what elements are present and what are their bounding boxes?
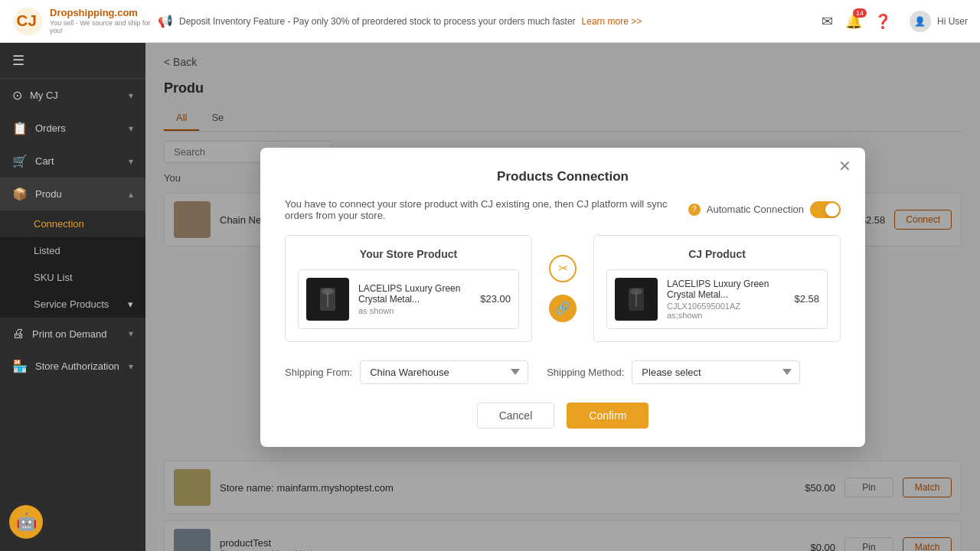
store-auth-icon: 🏪 — [12, 359, 28, 373]
sidebar-label-print-on-demand: Print on Demand — [32, 328, 107, 340]
sidebar-item-my-cj[interactable]: ⊙ My CJ ▾ — [0, 79, 145, 112]
shipping-method-field: Shipping Method: Please select — [547, 360, 800, 384]
scissors-icon[interactable]: ✂ — [549, 255, 577, 282]
sidebar-label-orders: Orders — [35, 122, 66, 134]
orders-icon: 📋 — [12, 121, 28, 135]
notification-icon-btn[interactable]: 🔔 14 — [845, 13, 862, 30]
store-product-thumb — [306, 278, 349, 321]
sidebar-label-store-authorization: Store Authorization — [35, 360, 119, 372]
sidebar-label-my-cj: My CJ — [30, 90, 58, 101]
user-name: Hi User — [937, 16, 968, 27]
sidebar-item-store-authorization[interactable]: 🏪 Store Authorization ▾ — [0, 350, 145, 383]
modal-close-button[interactable]: ✕ — [838, 158, 851, 174]
shipping-section: Shipping From: China Warehouse US Wareho… — [285, 360, 841, 384]
toggle-knob — [825, 203, 839, 217]
chevron-up-icon: ▴ — [129, 189, 133, 200]
shipping-method-label: Shipping Method: — [547, 367, 624, 378]
shipping-from-field: Shipping From: China Warehouse US Wareho… — [285, 360, 528, 384]
logo-subtitle: You sell - We source and ship for you! — [50, 19, 158, 36]
sidebar-label-products: Produ — [35, 188, 62, 200]
shipping-from-select[interactable]: China Warehouse US Warehouse — [360, 360, 528, 384]
shipping-from-label: Shipping From: — [285, 367, 352, 378]
shipping-method-select[interactable]: Please select — [632, 360, 800, 384]
logo-title: Dropshipping.com — [50, 7, 158, 19]
announcement-text: Deposit Inventory Feature - Pay only 30%… — [179, 16, 576, 27]
cj-product-card: LACELIPS Luxury Green Crystal Metal... C… — [606, 269, 828, 329]
cj-product-sku: CJLX106595001AZ — [667, 302, 785, 311]
my-cj-icon: ⊙ — [12, 88, 22, 103]
top-header: CJ Dropshipping.com You sell - We source… — [0, 0, 980, 43]
announcement-bar: 📢 Deposit Inventory Feature - Pay only 3… — [158, 14, 822, 28]
user-area[interactable]: 👤 Hi User — [910, 11, 968, 32]
sidebar-item-products[interactable]: 📦 Produ ▴ — [0, 178, 145, 210]
sidebar-label-cart: Cart — [35, 155, 54, 167]
print-on-demand-icon: 🖨 — [12, 327, 24, 341]
chevron-down-icon: ▾ — [129, 156, 133, 167]
chevron-down-icon: ▾ — [129, 361, 133, 372]
cj-panel-title: CJ Product — [606, 248, 828, 260]
store-product-variant: as shown — [358, 306, 471, 315]
store-product-card: LACELIPS Luxury Green Crystal Metal... a… — [298, 269, 519, 329]
cart-icon: 🛒 — [12, 154, 28, 168]
modal-overlay: Products Connection ✕ You have to connec… — [145, 43, 980, 551]
cancel-button[interactable]: Cancel — [477, 403, 555, 429]
user-avatar: 👤 — [910, 11, 931, 32]
main-layout: ☰ ⊙ My CJ ▾ 📋 Orders ▾ 🛒 Cart ▾ 📦 — [0, 43, 980, 551]
store-product-info: LACELIPS Luxury Green Crystal Metal... a… — [358, 283, 471, 315]
help-icon[interactable]: ? — [688, 204, 701, 216]
cj-product-panel: CJ Product LACELIPS Luxury Green Cr — [593, 235, 841, 342]
sidebar-subitem-service-products[interactable]: Service Products ▾ — [0, 291, 145, 318]
cj-product-name: LACELIPS Luxury Green Crystal Metal... — [667, 279, 785, 300]
products-icon: 📦 — [12, 187, 28, 201]
products-connection-modal: Products Connection ✕ You have to connec… — [260, 148, 865, 447]
chatbot-button[interactable]: 🤖 — [9, 505, 43, 539]
center-icons: ✂ 🔗 — [541, 235, 584, 342]
sidebar-sub-products: Connection Listed SKU List Service Produ… — [0, 210, 145, 318]
learn-more-link[interactable]: Learn more >> — [582, 16, 642, 27]
modal-title: Products Connection — [285, 169, 841, 184]
logo-icon: CJ — [12, 5, 44, 38]
sidebar: ☰ ⊙ My CJ ▾ 📋 Orders ▾ 🛒 Cart ▾ 📦 — [0, 43, 145, 551]
auto-connection-toggle[interactable] — [810, 201, 841, 218]
cj-product-thumb — [615, 278, 658, 321]
notification-badge: 14 — [853, 8, 867, 18]
modal-info-text: You have to connect your store product w… — [285, 198, 688, 221]
sidebar-toggle[interactable]: ☰ — [0, 43, 145, 79]
chevron-down-icon: ▾ — [129, 328, 133, 339]
cj-product-price: $2.58 — [794, 293, 819, 305]
modal-info-row: You have to connect your store product w… — [285, 198, 841, 221]
confirm-button[interactable]: Confirm — [567, 403, 648, 429]
header-icons: ✉ 🔔 14 ❓ 👤 Hi User — [822, 11, 968, 32]
modal-actions: Cancel Confirm — [285, 403, 841, 429]
sidebar-item-orders[interactable]: 📋 Orders ▾ — [0, 112, 145, 145]
sidebar-item-cart[interactable]: 🛒 Cart ▾ — [0, 145, 145, 178]
cj-product-variant: as;shown — [667, 311, 785, 320]
mail-icon-btn[interactable]: ✉ — [822, 13, 833, 30]
svg-text:CJ: CJ — [17, 11, 37, 28]
chevron-down-icon: ▾ — [129, 123, 133, 134]
sidebar-item-print-on-demand[interactable]: 🖨 Print on Demand ▾ — [0, 318, 145, 350]
store-product-price: $23.00 — [480, 293, 511, 305]
announcement-icon: 📢 — [158, 14, 173, 28]
content-area: < Back Produ All Se You Chain Necklace..… — [145, 43, 980, 551]
products-panels: Your Store Product LACELIPS Luxury — [285, 235, 841, 342]
store-product-panel: Your Store Product LACELIPS Luxury — [285, 235, 532, 342]
auto-connection-row: ? Automatic Connection — [688, 201, 841, 218]
sidebar-subitem-connection[interactable]: Connection — [0, 210, 145, 237]
store-panel-title: Your Store Product — [298, 248, 519, 260]
link-icon[interactable]: 🔗 — [549, 295, 577, 322]
sidebar-subitem-listed[interactable]: Listed — [0, 237, 145, 264]
bot-icon[interactable]: 🤖 — [9, 505, 43, 539]
chevron-down-icon: ▾ — [129, 90, 133, 101]
store-product-name: LACELIPS Luxury Green Crystal Metal... — [358, 283, 471, 305]
help-icon-btn[interactable]: ❓ — [874, 13, 891, 30]
cj-product-info: LACELIPS Luxury Green Crystal Metal... C… — [667, 279, 785, 320]
auto-connection-label: Automatic Connection — [707, 204, 804, 215]
sidebar-subitem-sku-list[interactable]: SKU List — [0, 264, 145, 291]
logo-area: CJ Dropshipping.com You sell - We source… — [12, 5, 158, 38]
